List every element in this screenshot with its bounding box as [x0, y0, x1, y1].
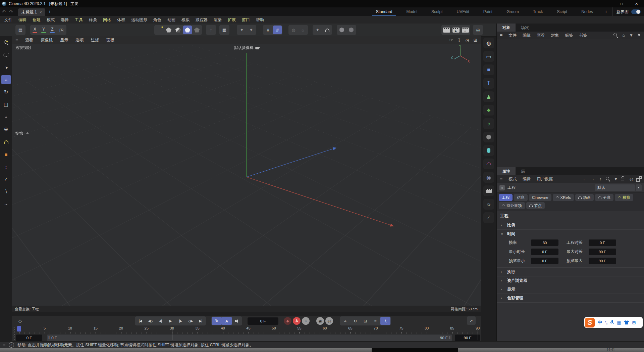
forward-icon[interactable]: → — [590, 176, 595, 182]
group-资产浏览器[interactable]: ›资产浏览器 — [497, 276, 644, 285]
coordinate-system-button[interactable]: ◳ — [57, 26, 66, 34]
move-tool[interactable] — [1, 75, 11, 84]
menu-渲染[interactable]: 渲染 — [211, 17, 225, 23]
group-执行[interactable]: ›执行 — [497, 268, 644, 276]
grid-snap-button[interactable]: # — [264, 26, 272, 34]
range-start-grip[interactable]: ‖ — [47, 336, 51, 340]
search-icon[interactable] — [613, 33, 619, 38]
menu-动画[interactable]: 动画 — [164, 17, 178, 23]
tweak-mode-icon[interactable]: ⌖ — [313, 26, 322, 34]
menu-网格[interactable]: 网格 — [100, 17, 114, 23]
preset-dropdown-arrow[interactable]: ▼ — [636, 184, 642, 191]
layout-tab-nodes[interactable]: Nodes — [574, 7, 600, 16]
interactive-render-icon[interactable]: ◍ — [289, 26, 298, 34]
goto-start-button[interactable]: |◀ — [135, 317, 145, 325]
cylinder-icon[interactable] — [483, 145, 494, 156]
cube-icon[interactable]: ■ — [483, 64, 494, 75]
field-预览最大[interactable]: 90 F — [589, 258, 616, 264]
menu-模拟[interactable]: 模拟 — [178, 17, 193, 23]
x-axis-lock-button[interactable]: X — [31, 26, 39, 34]
spline-smooth-tool[interactable]: ~ — [1, 199, 11, 209]
om-menu-查看[interactable]: 查看 — [534, 33, 548, 38]
om-menu-对象[interactable]: 对象 — [548, 33, 562, 38]
keyframe-selection-button[interactable]: ◎ — [325, 317, 333, 325]
viewport-menu-显示[interactable]: 显示 — [56, 37, 72, 43]
field-预览最小[interactable]: 0 F — [531, 258, 558, 264]
playback-frame-field[interactable]: 0 F — [248, 317, 278, 325]
current-frame-field[interactable]: 0 F — [16, 335, 42, 341]
layout-tab-model[interactable]: Model — [399, 7, 424, 16]
enable-axis-button[interactable]: ↑ — [207, 26, 215, 34]
layout-tab-track[interactable]: Track — [526, 7, 550, 16]
next-frame-button[interactable]: |▶ — [175, 317, 185, 325]
attr-menu-模式[interactable]: 模式 — [505, 176, 520, 182]
dock-download-icon[interactable]: ↧ — [456, 37, 462, 43]
coordinate-plane-icon[interactable]: ▤ — [16, 26, 25, 34]
attr-tab-子弹[interactable]: 子弹 — [595, 194, 613, 201]
punctuation-icon[interactable]: ’, — [605, 320, 607, 325]
new-document-tab-button[interactable]: + — [45, 7, 54, 16]
quantize-tool[interactable]: : — [1, 162, 11, 171]
rotation-toggle[interactable]: ↻ — [350, 317, 360, 325]
attr-tab-工程[interactable]: 工程 — [499, 194, 513, 201]
skin-icon[interactable] — [624, 320, 629, 324]
menu-跟踪器[interactable]: 跟踪器 — [193, 17, 211, 23]
target-icon[interactable]: ◎ — [629, 176, 634, 182]
menu-扩展[interactable]: 扩展 — [225, 17, 239, 23]
attr-tab-待办事项[interactable]: 待办事项 — [499, 202, 525, 209]
menu-工具[interactable]: 工具 — [72, 17, 86, 23]
text-icon[interactable]: T — [483, 78, 494, 89]
layout-tab-standard[interactable]: Standard — [369, 7, 399, 16]
keying-settings-button[interactable]: ☼ — [302, 317, 310, 325]
tab-属性[interactable]: 属性 — [497, 167, 516, 175]
redo-button[interactable]: ↷ — [7, 7, 15, 16]
timeline-window-button[interactable]: ↗ — [467, 316, 476, 325]
scale-tool[interactable]: ◰ — [1, 100, 11, 109]
brush-tool[interactable]: ∕ — [1, 174, 11, 184]
rectangle-selection-tool[interactable] — [1, 50, 11, 59]
z-axis-lock-button[interactable]: Z — [48, 26, 56, 34]
home-icon[interactable]: ⌂ — [621, 33, 626, 38]
menu-窗口[interactable]: 窗口 — [239, 17, 253, 23]
om-menu-标签[interactable]: 标签 — [562, 33, 576, 38]
minimize-button[interactable]: ─ — [599, 0, 614, 7]
object-mode-button[interactable] — [183, 26, 192, 34]
field-最大时长[interactable]: 90 F — [589, 249, 616, 255]
viewport-menu-过滤[interactable]: 过滤 — [87, 37, 103, 43]
tweak-selection-tool[interactable]: ▲ — [1, 62, 11, 72]
attr-menu-用户数据[interactable]: 用户数据 — [534, 176, 556, 182]
viewport-menu-查看[interactable]: 查看 — [21, 37, 37, 43]
scale-toggle[interactable]: ⊡ — [360, 317, 370, 325]
menu-创建[interactable]: 创建 — [30, 17, 44, 23]
snap-magnet-tool[interactable] — [1, 137, 11, 146]
close-button[interactable]: × — [629, 0, 644, 7]
field-最小时长[interactable]: 0 F — [531, 249, 558, 255]
new-ui-toggle[interactable] — [631, 9, 641, 14]
attr-tab-Cineware[interactable]: Cineware — [529, 194, 551, 201]
layout-tab-sculpt[interactable]: Sculpt — [424, 7, 449, 16]
perspective-viewport[interactable]: Y Z X 透视视图 默认摄像机 移动 — [12, 44, 481, 306]
play-button[interactable]: ▶ — [165, 317, 175, 325]
live-selection-tool[interactable] — [1, 38, 11, 47]
menu-选择[interactable]: 选择 — [58, 17, 72, 23]
layout-tab-script[interactable]: Script — [550, 7, 574, 16]
plane-icon[interactable]: ▭ — [483, 51, 494, 62]
menu-运动图形[interactable]: 运动图形 — [128, 17, 150, 23]
animate-time-icon[interactable]: ◷ — [464, 37, 470, 43]
quantize-grid-button[interactable]: # — [273, 26, 282, 34]
viewport-menu-选项[interactable]: 选项 — [72, 37, 87, 43]
layout-tab-paint[interactable]: Paint — [476, 7, 499, 16]
figure-icon[interactable]: ♟ — [483, 91, 494, 102]
animation-mode-button[interactable] — [193, 26, 201, 34]
texture-edit-button[interactable]: ▦ — [220, 26, 229, 34]
texture-mode-button[interactable] — [174, 26, 182, 34]
gears-icon[interactable]: ☼ — [483, 118, 494, 129]
goto-end-button[interactable]: ▶| — [196, 317, 206, 325]
layout-tab-groom[interactable]: Groom — [499, 7, 526, 16]
rotate-tool[interactable]: ↻ — [1, 87, 11, 97]
attr-tab-信息[interactable]: 信息 — [514, 194, 528, 201]
plane-snap-icon[interactable]: ⌖ — [247, 26, 256, 34]
object-manager-menu-icon[interactable]: ≡ — [497, 33, 505, 38]
field-帧率[interactable]: 30 — [531, 239, 558, 246]
field-sphere-icon[interactable]: ◉ — [483, 172, 494, 183]
